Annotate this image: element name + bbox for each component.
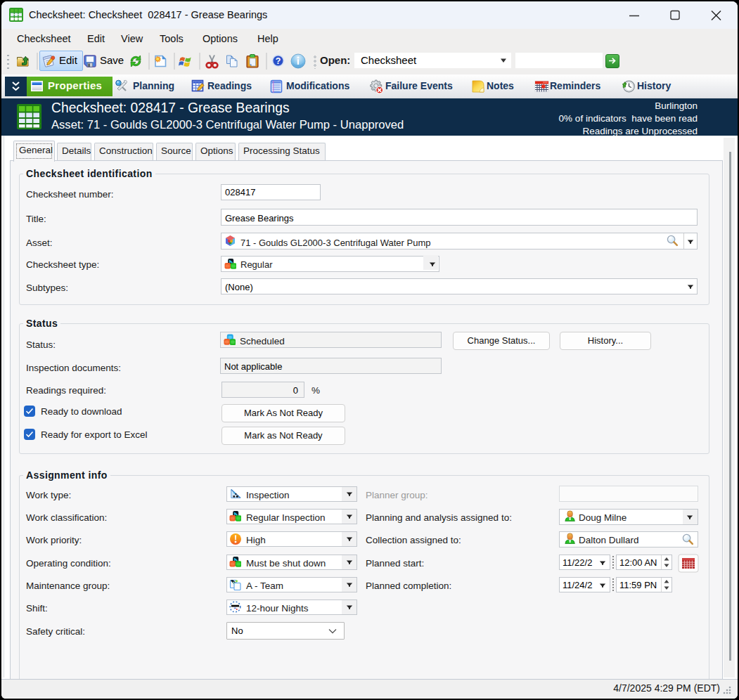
svg-text:?: ? bbox=[276, 56, 281, 66]
